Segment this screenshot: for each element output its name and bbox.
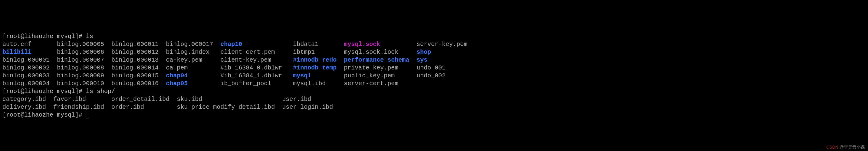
prompt-line: [root@lihaozhe mysql]# ls — [2, 33, 866, 40]
prompt: [root@lihaozhe mysql]# — [2, 33, 86, 40]
prompt: [root@lihaozhe mysql]# — [2, 88, 86, 95]
ls-entry: binlog.000015 — [112, 72, 159, 79]
ls-entry: client-cert.pem — [220, 49, 275, 55]
ls-entry: #ib_16384_0.dblwr — [220, 64, 282, 71]
ls-entry: #ib_16384_1.dblwr — [220, 72, 282, 79]
ls-entry: undo_002 — [416, 72, 445, 79]
ls-entry: ibdata1 — [293, 41, 318, 48]
prompt-line: [root@lihaozhe mysql]# ls shop/ — [2, 87, 866, 96]
ls-entry: sku.ibd — [177, 96, 202, 103]
ls-row: binlog.000004 binlog.000010 binlog.00001… — [2, 80, 866, 87]
ls-entry: binlog.000002 — [2, 64, 50, 71]
watermark-author: @李昊哲小课 — [840, 145, 865, 150]
ls-entry: mysql.sock — [344, 41, 380, 48]
ls-entry: server-cert.pem — [344, 80, 398, 87]
ls-row: bilibili binlog.000006 binlog.000012 bin… — [2, 48, 866, 56]
ls-row: delivery.ibd friendship.ibd order.ibd sk… — [2, 103, 866, 111]
ls-entry: server-key.pem — [416, 41, 467, 48]
ls-entry: category.ibd — [2, 96, 46, 103]
ls-entry: order.ibd — [112, 104, 144, 111]
ls-entry: binlog.000010 — [57, 80, 104, 87]
ls-entry: user_login.ibd — [282, 104, 333, 111]
prompt: [root@lihaozhe mysql]# — [2, 111, 86, 118]
ls-row: binlog.000003 binlog.000009 binlog.00001… — [2, 72, 866, 80]
ls-entry: binlog.000005 — [57, 41, 104, 48]
ls-entry: chap10 — [220, 41, 242, 48]
ls-entry: binlog.000004 — [2, 80, 50, 87]
ls-row: binlog.000002 binlog.000008 binlog.00001… — [2, 64, 866, 72]
ls-entry: delivery.ibd — [2, 104, 46, 111]
ls-entry: binlog.index — [166, 49, 210, 55]
ls-entry: ca.pem — [166, 64, 188, 71]
ls-entry: binlog.000017 — [166, 41, 213, 48]
ls-entry: binlog.000006 — [57, 49, 104, 55]
ls-entry: order_detail.ibd — [112, 96, 169, 103]
ls-entry: performance_schema — [344, 56, 409, 64]
ls-entry: public_key.pem — [344, 72, 395, 79]
ls-entry: mysql.ibd — [293, 80, 326, 87]
ls-entry: mysql.sock.lock — [344, 49, 398, 55]
ls-row: category.ibd favor.ibd order_detail.ibd … — [2, 96, 866, 103]
ls-entry: binlog.000014 — [112, 64, 159, 71]
ls-entry: binlog.000003 — [2, 72, 50, 79]
ls-row: auto.cnf binlog.000005 binlog.000011 bin… — [2, 40, 866, 48]
ls-entry: ibtmp1 — [293, 49, 315, 55]
ls-entry: binlog.000013 — [112, 56, 159, 64]
ls-entry: ca-key.pem — [166, 56, 202, 64]
ls-entry: auto.cnf — [2, 41, 31, 48]
ls-entry: binlog.000001 — [2, 56, 50, 64]
ls-row: binlog.000001 binlog.000007 binlog.00001… — [2, 56, 866, 64]
ls-entry: chap04 — [166, 72, 188, 79]
ls-entry: bilibili — [2, 49, 31, 55]
ls-entry: mysql — [293, 72, 311, 79]
ls-entry: favor.ibd — [53, 96, 86, 103]
terminal-output[interactable]: [root@lihaozhe mysql]# lsauto.cnf binlog… — [2, 33, 866, 119]
prompt-line[interactable]: [root@lihaozhe mysql]# — [2, 111, 866, 119]
ls-entry: friendship.ibd — [53, 104, 104, 111]
watermark: CSDN @李昊哲小课 — [826, 144, 865, 150]
ls-entry: shop — [416, 49, 431, 55]
ls-entry: ib_buffer_pool — [220, 80, 271, 87]
ls-entry: #innodb_redo — [293, 56, 337, 64]
ls-entry: binlog.000016 — [112, 80, 159, 87]
ls-entry: binlog.000007 — [57, 56, 104, 64]
command-text: ls — [86, 33, 93, 40]
ls-entry: user.ibd — [282, 96, 311, 103]
ls-entry: binlog.000012 — [112, 49, 159, 55]
ls-entry: undo_001 — [416, 64, 445, 71]
ls-entry: chap05 — [166, 80, 188, 87]
cursor[interactable] — [86, 112, 89, 118]
ls-entry: private_key.pem — [344, 64, 398, 71]
ls-entry: client-key.pem — [220, 56, 271, 64]
ls-entry: sys — [416, 56, 427, 64]
command-text: ls shop/ — [86, 88, 115, 95]
ls-entry: binlog.000008 — [57, 64, 104, 71]
ls-entry: binlog.000011 — [112, 41, 159, 48]
ls-entry: sku_price_modify_detail.ibd — [177, 104, 275, 111]
ls-entry: #innodb_temp — [293, 64, 337, 71]
watermark-brand: CSDN — [826, 145, 838, 150]
ls-entry: binlog.000009 — [57, 72, 104, 79]
